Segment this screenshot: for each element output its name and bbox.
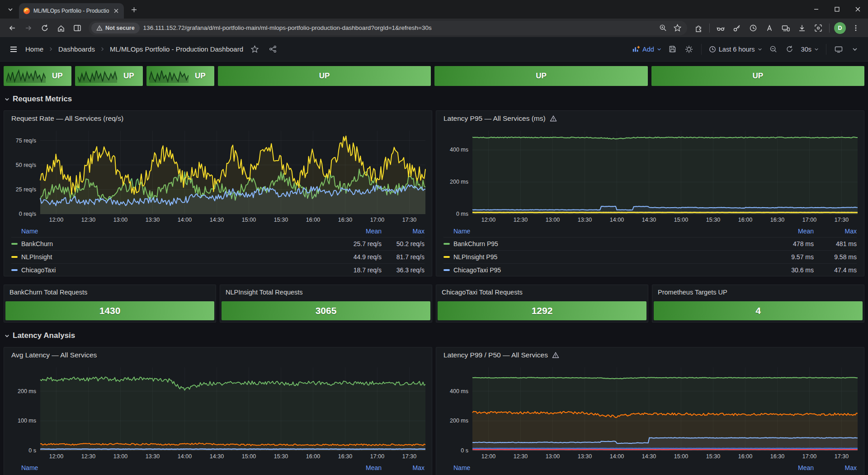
time-range-picker[interactable]: Last 6 hours — [707, 46, 764, 53]
new-tab-button[interactable] — [127, 3, 140, 16]
zoom-icon[interactable] — [656, 22, 669, 34]
avg-latency-chart[interactable]: 12:0012:3013:0013:3014:0014:3015:0015:30… — [4, 363, 432, 461]
url-text[interactable]: 136.111.152.72/grafana/d/ml-portfolio-ma… — [143, 24, 653, 31]
toolbar-divider — [709, 24, 710, 33]
zoom-out-icon[interactable] — [767, 43, 780, 56]
legend-column-name[interactable]: Name — [443, 464, 762, 471]
svg-text:16:00: 16:00 — [738, 453, 752, 460]
browser-menu-icon[interactable] — [848, 20, 863, 36]
maximize-button[interactable] — [826, 0, 847, 19]
side-panel-icon[interactable] — [70, 20, 85, 36]
panel-header[interactable]: Latency P95 — All Services (ms) — [436, 111, 864, 126]
legend-row: BankChurn P95478 ms481 ms — [443, 237, 857, 250]
status-panel-up[interactable]: UP — [218, 66, 431, 86]
panel-warning-icon[interactable] — [552, 352, 559, 359]
not-secure-label: Not secure — [105, 25, 135, 31]
forward-button[interactable] — [21, 20, 36, 36]
devices-icon[interactable] — [778, 20, 793, 36]
reload-button[interactable] — [37, 20, 52, 36]
series-mean: 30.6 ms — [762, 266, 814, 274]
legend-column-mean[interactable]: Mean — [762, 464, 814, 471]
svg-text:14:00: 14:00 — [178, 453, 192, 460]
svg-text:15:30: 15:30 — [274, 453, 288, 460]
password-key-icon[interactable] — [729, 20, 745, 36]
legend-column-name[interactable]: Name — [11, 464, 330, 471]
legend-column-mean[interactable]: Mean — [762, 228, 814, 235]
stat-value: 3065 — [316, 305, 337, 316]
series-name[interactable]: ChicagoTaxi — [21, 266, 56, 274]
series-name[interactable]: NLPInsight — [21, 253, 52, 261]
tv-mode-icon[interactable] — [832, 43, 845, 56]
favorite-star-icon[interactable] — [248, 43, 261, 56]
request-rate-chart[interactable]: 12:0012:3013:0013:3014:0014:3015:0015:30… — [4, 126, 432, 225]
minimize-button[interactable] — [806, 0, 826, 19]
breadcrumb-home[interactable]: Home — [25, 45, 43, 53]
history-icon[interactable] — [745, 20, 761, 36]
glasses-icon[interactable] — [713, 20, 728, 36]
status-panel-up[interactable]: UP — [434, 66, 647, 86]
profile-avatar[interactable]: D — [834, 22, 846, 34]
latency-p99-p50-chart[interactable]: 12:0012:3013:0013:3014:0014:3015:0015:30… — [436, 363, 864, 461]
stat-nlpinsight-total[interactable]: NLPInsight Total Requests 3065 — [220, 285, 432, 323]
refresh-icon[interactable] — [783, 43, 797, 56]
translate-icon[interactable] — [762, 20, 777, 36]
status-panel-up[interactable]: UP — [75, 66, 143, 86]
download-icon[interactable] — [794, 20, 810, 36]
panel-title[interactable]: Avg Latency — All Services — [11, 351, 97, 359]
series-name[interactable]: ChicagoTaxi P95 — [453, 266, 501, 274]
panel-header[interactable]: Request Rate — All Services (req/s) — [4, 111, 432, 126]
panel-title[interactable]: Request Rate — All Services (req/s) — [11, 114, 123, 123]
stat-chicagotaxi-total[interactable]: ChicagoTaxi Total Requests 1292 — [436, 285, 648, 323]
settings-gear-icon[interactable] — [682, 43, 696, 56]
share-icon[interactable] — [266, 43, 279, 56]
screenshot-icon[interactable] — [811, 20, 826, 36]
breadcrumb-dashboards[interactable]: Dashboards — [58, 45, 95, 53]
panel-header[interactable]: Latency P99 / P50 — All Services — [436, 347, 864, 363]
tab-close-icon[interactable] — [113, 7, 120, 14]
legend-column-name[interactable]: Name — [11, 228, 330, 235]
stat-bankchurn-total[interactable]: BankChurn Total Requests 1430 — [4, 285, 216, 323]
not-secure-chip[interactable]: Not secure — [91, 23, 140, 33]
address-bar[interactable]: Not secure 136.111.152.72/grafana/d/ml-p… — [89, 21, 687, 35]
legend-column-name[interactable]: Name — [443, 228, 762, 235]
svg-text:15:00: 15:00 — [674, 453, 688, 460]
home-button[interactable] — [53, 20, 69, 36]
row-request-metrics[interactable]: Request Metrics — [5, 92, 863, 106]
breadcrumb-dashboard-title[interactable]: ML/MLOps Portfolio - Production Dashboar… — [110, 45, 243, 53]
series-name[interactable]: BankChurn P95 — [453, 240, 498, 247]
svg-text:12:00: 12:00 — [481, 453, 495, 460]
legend-column-mean[interactable]: Mean — [330, 464, 382, 471]
bookmark-star-icon[interactable] — [671, 22, 684, 34]
panel-warning-icon[interactable] — [550, 115, 557, 122]
legend-column-mean[interactable]: Mean — [330, 228, 382, 235]
browser-tab[interactable]: ML/MLOps Portfolio - Productio — [19, 3, 124, 19]
legend-column-max[interactable]: Max — [382, 464, 425, 471]
legend-column-max[interactable]: Max — [814, 464, 857, 471]
chevron-down-icon[interactable] — [848, 43, 862, 56]
stat-value: 1292 — [532, 305, 553, 316]
legend-column-max[interactable]: Max — [814, 228, 857, 235]
refresh-interval-picker[interactable]: 30s — [799, 46, 821, 53]
save-dashboard-icon[interactable] — [666, 43, 679, 56]
status-panel-up[interactable]: UP — [4, 66, 71, 86]
status-value: UP — [52, 71, 63, 81]
series-name[interactable]: NLPInsight P95 — [453, 253, 497, 261]
legend-column-max[interactable]: Max — [382, 228, 425, 235]
series-mean: 478 ms — [762, 240, 814, 247]
stat-prometheus-targets[interactable]: Prometheus Targets UP 4 — [652, 285, 864, 323]
panel-title[interactable]: Latency P95 — All Services (ms) — [443, 114, 546, 123]
panel-title[interactable]: Latency P99 / P50 — All Services — [443, 351, 548, 359]
series-name[interactable]: BankChurn — [21, 240, 53, 247]
latency-p95-chart[interactable]: 12:0012:3013:0013:3014:0014:3015:0015:30… — [436, 126, 864, 225]
row-latency-analysis[interactable]: Latency Analysis — [5, 329, 863, 342]
svg-text:13:30: 13:30 — [578, 217, 592, 223]
hamburger-menu-icon[interactable] — [6, 42, 21, 57]
extensions-icon[interactable] — [691, 20, 706, 36]
close-window-button[interactable] — [847, 0, 868, 19]
status-panel-up[interactable]: UP — [651, 66, 864, 86]
panel-header[interactable]: Avg Latency — All Services — [4, 347, 432, 363]
back-button[interactable] — [5, 20, 20, 36]
tab-search-button[interactable] — [4, 3, 17, 16]
status-panel-up[interactable]: UP — [146, 66, 214, 86]
add-button[interactable]: Add — [630, 45, 663, 53]
